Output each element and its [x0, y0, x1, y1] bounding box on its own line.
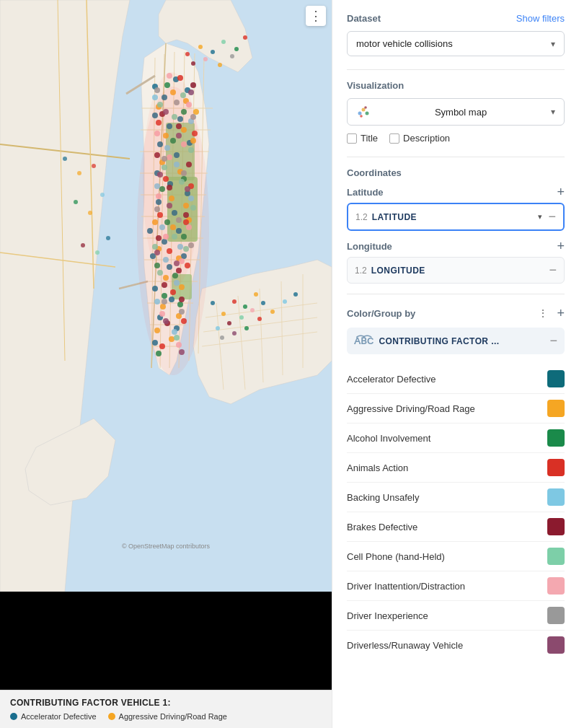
svg-point-206 — [203, 57, 208, 61]
description-checkbox[interactable] — [389, 133, 399, 144]
show-filters-button[interactable]: Show filters — [516, 13, 565, 24]
svg-point-200 — [198, 45, 203, 49]
divider-3 — [347, 294, 565, 294]
svg-point-195 — [257, 317, 262, 321]
symbol-map-icon — [356, 105, 371, 119]
latitude-row: Latitude + 1.2 LATITUDE ▾ − — [347, 185, 565, 231]
latitude-plus-button[interactable]: + — [557, 185, 565, 198]
color-item-label-8: Driver Inexperience — [347, 610, 428, 621]
latitude-minus-button[interactable]: − — [548, 209, 556, 224]
longitude-field-name: LONGITUDE — [371, 266, 425, 276]
dataset-dropdown[interactable]: motor vehicle collisions ▾ — [347, 31, 565, 56]
color-list-item-7: Driver Inattention/Distraction — [347, 571, 565, 601]
svg-point-209 — [63, 157, 67, 161]
svg-point-203 — [234, 47, 239, 51]
latitude-label: Latitude — [347, 187, 384, 198]
svg-point-215 — [81, 243, 85, 247]
svg-point-211 — [92, 164, 96, 168]
legend-title: CONTRIBUTING FACTOR VEHICLE 1: — [10, 698, 322, 708]
dataset-dropdown-arrow: ▾ — [551, 39, 555, 49]
svg-point-214 — [100, 193, 105, 197]
longitude-plus-button[interactable]: + — [557, 240, 565, 253]
checkboxes-row: Title Description — [347, 133, 565, 144]
dataset-section-header: Dataset Show filters — [347, 13, 565, 24]
color-swatch-5[interactable] — [547, 518, 565, 535]
color-group-section: Color/Group by ⋮ + A͡B͡C CONTRIBUTING FA… — [347, 306, 565, 659]
map-more-button[interactable]: ⋮ — [306, 6, 326, 26]
longitude-minus-button[interactable]: − — [549, 263, 557, 278]
legend-items: Accelerator Defective Aggressive Driving… — [10, 712, 322, 721]
contributing-factor-row: A͡B͡C CONTRIBUTING FACTOR ... − — [347, 328, 565, 354]
color-swatch-3[interactable] — [547, 459, 565, 476]
color-item-label-3: Animals Action — [347, 462, 408, 473]
svg-point-202 — [221, 40, 226, 44]
color-swatch-9[interactable] — [547, 636, 565, 654]
svg-point-220 — [358, 112, 362, 115]
legend-item-0: Accelerator Defective — [10, 712, 97, 721]
visualization-dropdown[interactable]: Symbol map ▾ — [347, 98, 565, 126]
divider-2 — [347, 157, 565, 157]
latitude-field-name: LATITUDE — [372, 212, 417, 222]
color-item-label-7: Driver Inattention/Distraction — [347, 581, 465, 592]
color-swatch-1[interactable] — [547, 400, 565, 417]
latitude-dropdown-arrow[interactable]: ▾ — [538, 212, 542, 222]
color-swatch-0[interactable] — [547, 370, 565, 387]
svg-point-187 — [216, 326, 220, 330]
color-swatch-7[interactable] — [547, 577, 565, 595]
legend-dot-1 — [108, 713, 115, 720]
color-list-item-1: Aggressive Driving/Road Rage — [347, 394, 565, 424]
coordinates-label: Coordinates — [347, 167, 402, 178]
svg-point-222 — [366, 112, 369, 115]
contributing-factor-minus-button[interactable]: − — [549, 333, 557, 348]
svg-point-196 — [270, 310, 275, 314]
svg-point-194 — [244, 326, 249, 330]
longitude-label: Longitude — [347, 241, 392, 252]
color-swatch-6[interactable] — [547, 548, 565, 565]
color-list-item-4: Backing Unsafely — [347, 483, 565, 512]
color-swatch-8[interactable] — [547, 607, 565, 624]
color-list-item-8: Driver Inexperience — [347, 601, 565, 631]
contributing-factor-name: CONTRIBUTING FACTOR ... — [379, 336, 499, 346]
svg-point-184 — [232, 299, 237, 304]
viz-section-header: Visualization — [347, 80, 565, 91]
svg-point-207 — [218, 63, 222, 67]
svg-point-192 — [220, 336, 224, 340]
divider-1 — [347, 69, 565, 70]
svg-point-182 — [211, 301, 215, 305]
color-list: Accelerator Defective Aggressive Driving… — [347, 364, 565, 659]
legend-label-0: Accelerator Defective — [21, 712, 97, 721]
svg-point-201 — [211, 50, 215, 54]
description-checkbox-label[interactable]: Description — [389, 133, 450, 144]
latitude-field: 1.2 LATITUDE ▾ − — [347, 203, 565, 231]
svg-point-197 — [283, 299, 287, 304]
color-swatch-4[interactable] — [547, 488, 565, 506]
svg-point-198 — [293, 292, 298, 297]
svg-point-224 — [364, 106, 367, 109]
latitude-field-num: 1.2 — [355, 212, 368, 222]
title-checkbox[interactable] — [347, 133, 357, 144]
svg-point-217 — [106, 236, 110, 240]
more-dots-icon: ⋮ — [309, 8, 322, 24]
title-checkbox-text: Title — [361, 133, 378, 144]
title-checkbox-label[interactable]: Title — [347, 133, 378, 144]
map-svg: © OpenStreetMap contributors — [0, 0, 332, 592]
svg-point-199 — [185, 52, 190, 56]
color-list-item-5: Brakes Defective — [347, 512, 565, 542]
color-swatch-2[interactable] — [547, 429, 565, 447]
svg-point-205 — [191, 61, 195, 66]
svg-point-193 — [232, 331, 237, 336]
color-group-actions: ⋮ + — [535, 306, 565, 320]
map-legend: CONTRIBUTING FACTOR VEHICLE 1: Accelerat… — [0, 690, 332, 728]
longitude-row: Longitude + 1.2 LONGITUDE − — [347, 240, 565, 284]
color-item-label-0: Accelerator Defective — [347, 374, 436, 385]
right-panel: Dataset Show filters motor vehicle colli… — [332, 0, 579, 728]
latitude-field-left: 1.2 LATITUDE — [355, 212, 417, 222]
coordinates-header: Coordinates — [347, 167, 565, 178]
svg-point-223 — [360, 115, 363, 118]
color-group-header: Color/Group by ⋮ + — [347, 306, 565, 320]
description-checkbox-text: Description — [403, 133, 450, 144]
svg-point-191 — [261, 301, 265, 305]
coordinates-section: Coordinates Latitude + 1.2 LATITUDE ▾ − — [347, 167, 565, 284]
color-group-more-button[interactable]: ⋮ — [535, 306, 551, 320]
color-group-plus-button[interactable]: + — [557, 307, 565, 320]
